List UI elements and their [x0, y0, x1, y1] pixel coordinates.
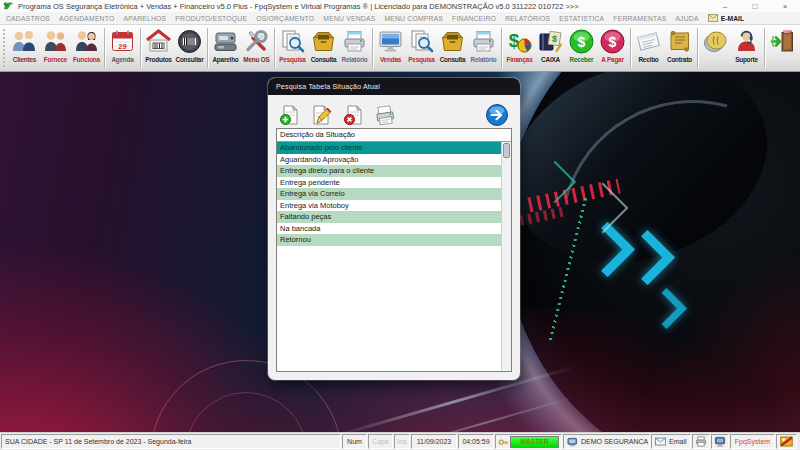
- toolbar-button-produtos[interactable]: Produtos: [143, 27, 174, 69]
- svg-text:29: 29: [118, 42, 126, 51]
- scrollbar-thumb[interactable]: [503, 143, 510, 158]
- menu-cadastros[interactable]: CADASTROS: [6, 15, 50, 22]
- toolbar-button-receber[interactable]: $ Receber: [566, 27, 597, 69]
- toolbar-label: Receber: [570, 55, 594, 64]
- toolbar-button-menu-os[interactable]: Menu OS: [241, 27, 272, 69]
- toolbar-button-consulta-os[interactable]: Consulta: [308, 27, 339, 69]
- menu-vendas[interactable]: MENU VENDAS: [323, 15, 375, 22]
- list-item[interactable]: Na bancada: [277, 223, 501, 235]
- toolbar-button-contrato[interactable]: Contrato: [664, 27, 695, 69]
- toolbar-button-pesquisa-vendas[interactable]: Pesquisa: [406, 27, 437, 69]
- suppliers-icon: [42, 28, 69, 55]
- menu-estatistica[interactable]: ESTATISTICA: [559, 15, 604, 22]
- toolbar-button-fornecedores[interactable]: Fornece: [40, 27, 71, 69]
- list-scrollbar[interactable]: [501, 142, 511, 371]
- toolbar-button-consulta-vendas[interactable]: Consulta: [437, 27, 468, 69]
- toolbar-button-aparelho[interactable]: Aparelho: [210, 27, 241, 69]
- menubar: CADASTROS AGENDAMENTO APARELHOS PRODUTO/…: [0, 12, 800, 25]
- coin-icon: [702, 28, 729, 55]
- print-list-button[interactable]: [372, 102, 398, 128]
- toolbar-label: Finanças: [506, 55, 532, 64]
- status-user: MASTER: [495, 434, 562, 449]
- search-docs-icon: [279, 28, 306, 55]
- toolbar-label: Menu OS: [243, 55, 269, 64]
- list-item[interactable]: Faltando peças: [277, 211, 501, 223]
- monitor-icon: [377, 28, 404, 55]
- status-printer[interactable]: [692, 434, 710, 449]
- toolbar-button-pesquisa-os[interactable]: Pesquisa: [277, 27, 308, 69]
- toolbar-button-suporte[interactable]: Suporte: [731, 27, 762, 69]
- toolbar-grip: [2, 29, 7, 67]
- app-logo-icon: [3, 1, 14, 11]
- file-drawer-icon: [439, 28, 466, 55]
- close-button[interactable]: ×: [770, 0, 800, 12]
- toolbar-button-vendas[interactable]: Vendas: [375, 27, 406, 69]
- toolbar-separator: [372, 28, 373, 68]
- menu-relatorios[interactable]: RELATÓRIOS: [505, 15, 550, 22]
- status-company: DEMO SEGURANCA 5.0: [563, 434, 650, 449]
- status-email-label: Email: [669, 438, 687, 445]
- toolbar-button-clientes[interactable]: Clientes: [9, 27, 40, 69]
- menu-ajuda[interactable]: AJUDA: [675, 15, 698, 22]
- computer-icon: [567, 437, 578, 447]
- list-item[interactable]: Entrega via Correio: [277, 188, 501, 200]
- edit-record-button[interactable]: [308, 102, 334, 128]
- menu-produto-estoque[interactable]: PRODUTO/ESTOQUE: [175, 15, 247, 22]
- svg-text:$: $: [578, 34, 586, 50]
- toolbar-button-financas[interactable]: $ Finanças: [504, 27, 535, 69]
- situation-list: Descrição da Situação Abandonado pelo cl…: [276, 128, 512, 372]
- status-company-label: DEMO SEGURANCA 5.0: [581, 438, 650, 445]
- menu-agendamento[interactable]: AGENDAMENTO: [59, 15, 114, 22]
- menu-compras[interactable]: MENU COMPRAS: [384, 15, 443, 22]
- status-email[interactable]: Email: [651, 434, 691, 449]
- delete-record-button[interactable]: [340, 102, 366, 128]
- toolbar-label: Relatório: [471, 55, 497, 64]
- dialog-titlebar[interactable]: Pesquisa Tabela Situação Atual: [268, 78, 520, 95]
- toolbar-separator: [207, 28, 208, 68]
- add-record-button[interactable]: [276, 102, 302, 128]
- toolbar-separator: [630, 28, 631, 68]
- toolbar-button-agenda[interactable]: 29 Agenda: [107, 27, 138, 69]
- key-icon: [498, 437, 508, 447]
- toolbar-button-moeda[interactable]: [700, 27, 731, 69]
- list-item[interactable]: Entrega direto para o cliente: [277, 165, 501, 177]
- status-monitor[interactable]: [711, 434, 729, 449]
- add-record-icon: [278, 104, 300, 126]
- menu-aparelhos[interactable]: APARELHOS: [123, 15, 166, 22]
- list-item[interactable]: Abandonado pelo cliente: [277, 142, 501, 154]
- list-item[interactable]: Retornou: [277, 234, 501, 246]
- list-item[interactable]: Aguardando Aprovação: [277, 154, 501, 166]
- toolbar-label: A Pagar: [601, 55, 624, 64]
- print-list-icon: [374, 104, 396, 126]
- toolbar-label: Consulta: [311, 55, 337, 64]
- list-item[interactable]: Entrega pendente: [277, 177, 501, 189]
- menu-ferramentas[interactable]: FERRAMENTAS: [613, 15, 666, 22]
- toolbar-button-caixa[interactable]: $ CAIXA: [535, 27, 566, 69]
- app-window: Programa OS Segurança Eletrônica + Venda…: [0, 0, 800, 450]
- minimize-button[interactable]: –: [710, 0, 740, 12]
- menu-email[interactable]: E-MAIL: [708, 14, 744, 22]
- toolbar-button-a-pagar[interactable]: $ A Pagar: [597, 27, 628, 69]
- toolbar-label: Clientes: [13, 55, 36, 64]
- toolbar-button-funcionarios[interactable]: Funciona: [71, 27, 102, 69]
- toolbar-label: Pesquisa: [408, 55, 434, 64]
- toolbar-button-consultar[interactable]: Consultar: [174, 27, 205, 69]
- toolbar-label: Relatório: [342, 55, 368, 64]
- toolbar-button-sair[interactable]: EXIT: [767, 27, 798, 69]
- toolbar-button-relatorio-os[interactable]: Relatório: [339, 27, 370, 69]
- menu-financeiro[interactable]: FINANCEIRO: [452, 15, 496, 22]
- toolbar-label: Aparelho: [212, 55, 238, 64]
- barcode-icon: [176, 28, 203, 55]
- toolbar-button-relatorio-vendas[interactable]: Relatório: [468, 27, 499, 69]
- status-location-date: SUA CIDADE - SP 11 de Setembro de 2023 -…: [1, 434, 341, 449]
- status-brand[interactable]: FpqSystem: [730, 434, 775, 449]
- delete-record-icon: [342, 104, 364, 126]
- status-logo: [776, 434, 797, 449]
- toolbar-button-recibo[interactable]: Recibo: [633, 27, 664, 69]
- status-insert: Ins: [394, 434, 410, 449]
- list-item[interactable]: Entrega via Motoboy: [277, 200, 501, 212]
- menu-os-orcamento[interactable]: OS/ORÇAMENTO: [256, 15, 314, 22]
- status-capslock: Caps: [368, 434, 393, 449]
- forward-button[interactable]: [484, 102, 510, 128]
- maximize-button[interactable]: □: [740, 0, 770, 12]
